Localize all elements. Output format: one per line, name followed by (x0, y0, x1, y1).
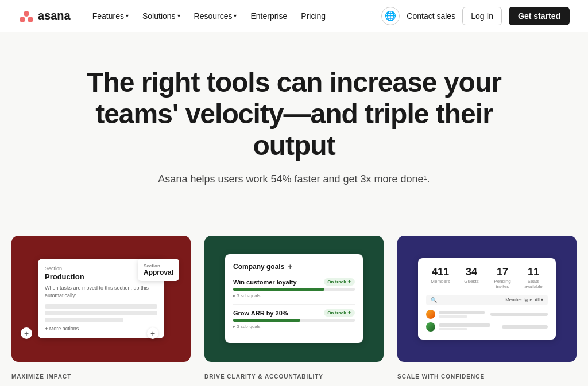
nav-item-features[interactable]: Features ▾ (87, 8, 134, 24)
navbar: asana Features ▾ Solutions ▾ Resources ▾… (0, 0, 588, 32)
svg-point-1 (20, 17, 25, 22)
card-visual-goals: Company goals + Win customer loyalty On … (204, 236, 384, 362)
stat-members: 411 Members (426, 266, 455, 289)
goals-title: Company goals (233, 263, 284, 271)
nav-item-resources[interactable]: Resources ▾ (188, 8, 243, 24)
nav-links: Features ▾ Solutions ▾ Resources ▾ Enter… (87, 8, 382, 24)
workflow-row (45, 304, 157, 309)
card-category: MAXIMIZE IMPACT (11, 373, 191, 380)
contact-sales-link[interactable]: Contact sales (407, 11, 455, 21)
goal-bar-2-fill (233, 319, 300, 322)
hero-section: The right tools can increase your teams'… (0, 32, 588, 236)
svg-point-2 (28, 17, 33, 22)
goal-title-2: Grow ARR by 20% On track ✦ (233, 309, 355, 317)
card-visual-workflow: Section Production When tasks are moved … (11, 236, 191, 362)
user-role-bar (439, 315, 467, 318)
logo-text: asana (38, 9, 71, 22)
chevron-down-icon: ▾ (177, 13, 180, 19)
workflow-row (45, 318, 123, 322)
table-row (426, 310, 548, 319)
chevron-down-icon: ▾ (126, 13, 129, 19)
plus-icon: + (288, 262, 292, 271)
goal-sub-2: ▸ 3 sub-goals (233, 324, 355, 329)
nav-item-pricing[interactable]: Pricing (295, 8, 331, 24)
workflow-rows (45, 304, 157, 322)
card-category: DRIVE CLARITY & ACCOUNTABILITY (204, 373, 384, 380)
user-name-bar (439, 323, 490, 327)
approval-badge: Section Approval (138, 259, 179, 281)
avatar (426, 322, 435, 332)
goal-badge-2: On track ✦ (324, 309, 355, 317)
stats-row: 411 Members 34 Guests 17 Pending invites… (426, 266, 548, 289)
user-dots (502, 325, 548, 329)
workflow-row (45, 311, 157, 315)
goals-mockup: Company goals + Win customer loyalty On … (225, 254, 363, 343)
card-category: SCALE WITH CONFIDENCE (397, 373, 577, 380)
card-title: Build powerful workflows with ease (11, 383, 191, 386)
svg-point-0 (24, 11, 29, 17)
get-started-button[interactable]: Get started (509, 7, 570, 25)
user-rows (426, 310, 548, 332)
table-row (426, 322, 548, 332)
plus-icon: + (21, 327, 32, 339)
search-icon: 🔍 (431, 297, 437, 303)
stat-pending: 17 Pending invites (488, 266, 517, 289)
card-admin: 411 Members 34 Guests 17 Pending invites… (397, 236, 577, 386)
plus-icon-2: + (147, 327, 158, 339)
hero-headline: The right tools can increase your teams'… (70, 67, 518, 162)
admin-mockup: 411 Members 34 Guests 17 Pending invites… (418, 258, 556, 340)
login-button[interactable]: Log In (462, 7, 502, 25)
goal-bar-1-bg (233, 288, 355, 291)
cards-grid: Section Production When tasks are moved … (0, 236, 588, 386)
goal-bar-1-fill (233, 288, 324, 291)
stat-seats: 11 Seats available (519, 266, 548, 289)
goal-item-1: Win customer loyalty On track ✦ ▸ 3 sub-… (233, 278, 355, 298)
card-goals: Company goals + Win customer loyalty On … (204, 236, 384, 386)
more-actions: + More actions... (45, 326, 157, 332)
card-title: Connect all your work to goals (204, 383, 384, 386)
goal-title-1: Win customer loyalty On track ✦ (233, 278, 355, 286)
user-dots (490, 313, 548, 316)
goal-bar-2-bg (233, 319, 355, 322)
mockup-desc: When tasks are moved to this section, do… (45, 284, 157, 299)
hero-subtext: Asana helps users work 54% faster and ge… (23, 173, 565, 185)
chevron-down-icon: ▾ (234, 13, 237, 19)
card-title: Manage any organization, no matter how l… (397, 383, 577, 386)
goals-header: Company goals + (233, 262, 355, 271)
goal-sub-1: ▸ 3 sub-goals (233, 293, 355, 298)
goal-divider (233, 304, 355, 305)
logo[interactable]: asana (18, 8, 71, 24)
card-workflow: Section Production When tasks are moved … (11, 236, 191, 386)
card-visual-admin: 411 Members 34 Guests 17 Pending invites… (397, 236, 577, 362)
user-info (439, 323, 498, 330)
goal-item-2: Grow ARR by 20% On track ✦ ▸ 3 sub-goals (233, 309, 355, 329)
nav-item-solutions[interactable]: Solutions ▾ (137, 8, 186, 24)
nav-item-enterprise[interactable]: Enterprise (245, 8, 293, 24)
user-role-bar (439, 328, 467, 330)
nav-right: 🌐 Contact sales Log In Get started (381, 7, 570, 25)
globe-icon[interactable]: 🌐 (381, 7, 400, 25)
avatar (426, 310, 435, 319)
user-info (439, 311, 487, 318)
goal-badge-1: On track ✦ (324, 278, 355, 286)
user-name-bar (439, 311, 485, 314)
member-type-filter[interactable]: Member type: All ▾ (505, 297, 543, 302)
admin-search-bar[interactable]: 🔍 Member type: All ▾ (426, 295, 548, 305)
stat-guests: 34 Guests (457, 266, 486, 289)
